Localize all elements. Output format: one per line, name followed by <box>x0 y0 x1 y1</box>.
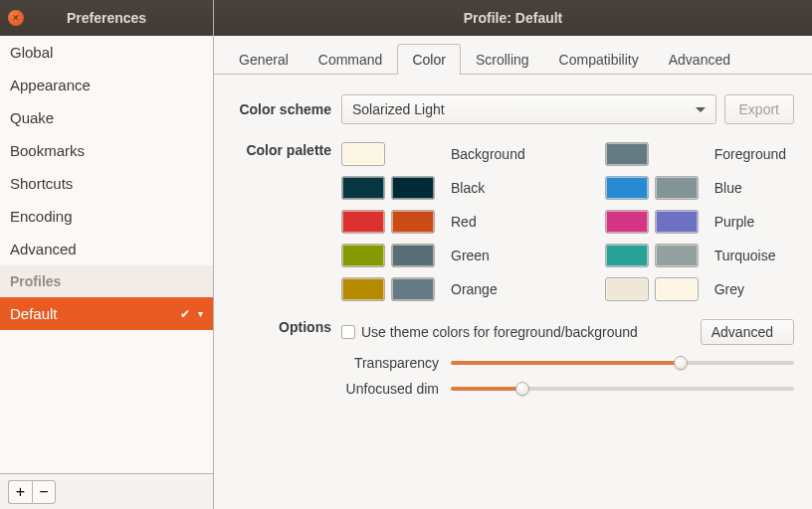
sidebar-item-encoding[interactable]: Encoding <box>0 200 213 233</box>
tab-command[interactable]: Command <box>304 44 398 75</box>
options-body: Use theme colors for foreground/backgrou… <box>341 319 794 407</box>
dim-slider[interactable] <box>451 381 794 397</box>
sidebar-header: ✕ Preferences <box>0 0 213 36</box>
swatch-green-1[interactable] <box>391 244 435 267</box>
color-scheme-value: Solarized Light <box>352 101 696 117</box>
tab-scrolling[interactable]: Scrolling <box>461 44 544 75</box>
swatch-label-red: Red <box>441 214 477 230</box>
swatch-black-0[interactable] <box>341 176 385 200</box>
palette-row-fg: Foreground <box>605 142 786 166</box>
swatch-foreground[interactable] <box>605 142 649 166</box>
sidebar-list: GlobalAppearanceQuakeBookmarksShortcutsE… <box>0 36 213 473</box>
add-profile-button[interactable]: + <box>8 480 32 504</box>
swatch-label-grey: Grey <box>705 281 744 297</box>
swatch-label-green: Green <box>441 248 490 263</box>
swatch-label-black: Black <box>441 180 485 196</box>
palette-row-red: Red <box>341 210 525 234</box>
swatch-green-0[interactable] <box>341 244 385 267</box>
swatch-orange-0[interactable] <box>341 277 385 301</box>
transparency-slider[interactable] <box>451 355 794 371</box>
label-dim: Unfocused dim <box>341 381 451 397</box>
profile-item-default[interactable]: Default✔▾ <box>0 297 213 330</box>
swatch-red-1[interactable] <box>391 210 435 234</box>
swatch-turq-0[interactable] <box>605 244 649 267</box>
label-color-scheme: Color scheme <box>232 101 341 117</box>
main-pane: Profile: Default GeneralCommandColorScro… <box>214 0 812 509</box>
sidebar-item-bookmarks[interactable]: Bookmarks <box>0 134 213 167</box>
row-options: Options Use theme colors for foreground/… <box>232 319 794 407</box>
swatch-blue-1[interactable] <box>655 176 699 200</box>
profiles-header: Profiles <box>0 265 213 297</box>
options-advanced-dropdown[interactable]: Advanced <box>701 319 794 345</box>
sidebar-item-advanced[interactable]: Advanced <box>0 233 213 265</box>
palette: Background Black Red <box>341 142 786 301</box>
sidebar-title: Preferences <box>24 10 205 26</box>
palette-row-blue: Blue <box>605 176 786 200</box>
remove-profile-button[interactable]: − <box>32 480 56 504</box>
palette-col-right: Foreground Blue Purple <box>605 142 786 301</box>
check-icon: ✔ <box>180 307 190 321</box>
sidebar-item-global[interactable]: Global <box>0 36 213 69</box>
swatch-red-0[interactable] <box>341 210 385 234</box>
swatch-label-turq: Turquoise <box>705 248 776 263</box>
sidebar-item-appearance[interactable]: Appearance <box>0 69 213 101</box>
palette-row-orange: Orange <box>341 277 525 301</box>
swatch-label-fg: Foreground <box>705 146 786 162</box>
sidebar-item-quake[interactable]: Quake <box>0 101 213 134</box>
main-title: Profile: Default <box>214 0 812 36</box>
sidebar-item-shortcuts[interactable]: Shortcuts <box>0 167 213 200</box>
swatch-label-purple: Purple <box>705 214 754 230</box>
chevron-down-icon <box>696 107 706 112</box>
use-theme-colors-checkbox[interactable] <box>341 325 355 339</box>
swatch-background[interactable] <box>341 142 385 166</box>
tab-general[interactable]: General <box>224 44 304 75</box>
label-options: Options <box>232 319 341 335</box>
palette-row-green: Green <box>341 244 525 267</box>
swatch-label-bg: Background <box>441 146 525 162</box>
sidebar: ✕ Preferences GlobalAppearanceQuakeBookm… <box>0 0 214 509</box>
row-transparency: Transparency <box>341 355 794 371</box>
swatch-turq-1[interactable] <box>655 244 699 267</box>
swatch-blue-0[interactable] <box>605 176 649 200</box>
palette-col-left: Background Black Red <box>341 142 525 301</box>
palette-row-bg: Background <box>341 142 525 166</box>
tabstrip: GeneralCommandColorScrollingCompatibilit… <box>214 36 812 75</box>
swatch-grey-1[interactable] <box>655 277 699 301</box>
tab-content-color: Color scheme Solarized Light Export Colo… <box>214 75 812 444</box>
use-theme-colors-label: Use theme colors for foreground/backgrou… <box>361 324 638 340</box>
palette-row-turq: Turquoise <box>605 244 786 267</box>
row-scheme: Color scheme Solarized Light Export <box>232 94 794 124</box>
swatch-orange-1[interactable] <box>391 277 435 301</box>
swatch-label-blue: Blue <box>705 180 742 196</box>
swatch-black-1[interactable] <box>391 176 435 200</box>
tab-color[interactable]: Color <box>397 44 460 75</box>
preferences-window: ✕ Preferences GlobalAppearanceQuakeBookm… <box>0 0 812 509</box>
palette-row-black: Black <box>341 176 525 200</box>
swatch-purple-1[interactable] <box>655 210 699 234</box>
label-color-palette: Color palette <box>232 142 341 158</box>
color-scheme-dropdown[interactable]: Solarized Light <box>341 94 716 124</box>
swatch-grey-0[interactable] <box>605 277 649 301</box>
tab-advanced[interactable]: Advanced <box>654 44 745 75</box>
swatch-label-orange: Orange <box>441 281 498 297</box>
tab-compatibility[interactable]: Compatibility <box>544 44 654 75</box>
palette-row-purple: Purple <box>605 210 786 234</box>
swatch-purple-0[interactable] <box>605 210 649 234</box>
palette-row-grey: Grey <box>605 277 786 301</box>
sidebar-footer: + − <box>0 473 213 509</box>
row-palette: Color palette Background Black <box>232 142 794 301</box>
label-transparency: Transparency <box>341 355 451 371</box>
row-theme-checkbox: Use theme colors for foreground/backgrou… <box>341 319 794 345</box>
row-dim: Unfocused dim <box>341 381 794 397</box>
export-button[interactable]: Export <box>724 94 794 124</box>
chevron-down-icon: ▾ <box>198 308 203 319</box>
close-button[interactable]: ✕ <box>8 10 24 26</box>
